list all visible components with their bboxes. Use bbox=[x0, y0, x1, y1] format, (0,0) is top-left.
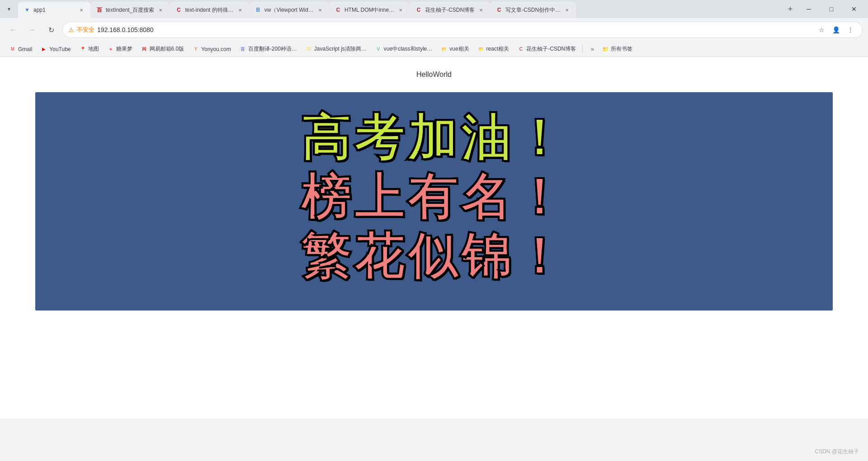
bookmark-bm-yonyou[interactable]: Y Yonyou.com bbox=[189, 44, 235, 55]
bookmark-bm-vue-folder[interactable]: 📁 vue相关 bbox=[437, 43, 472, 55]
bookmark-label: 糖果梦 bbox=[116, 45, 132, 53]
tab-close-button[interactable]: ✕ bbox=[477, 6, 485, 14]
bookmarks-overflow-button[interactable]: » bbox=[587, 44, 598, 54]
hello-world-text: HelloWorld bbox=[0, 57, 868, 88]
bookmark-bm-react-folder[interactable]: 📁 react相关 bbox=[474, 43, 513, 55]
bookmark-favicon: 🍬 bbox=[107, 46, 114, 53]
bookmark-label: react相关 bbox=[486, 45, 509, 53]
bookmark-bm-vue[interactable]: V vue中class和style… bbox=[371, 43, 436, 55]
nav-bar: ← → ↻ ⚠ 不安全 192.168.0.105:8080 ☆ 👤 ⋮ bbox=[0, 18, 868, 42]
banner-line2: 榜上有名！ bbox=[301, 169, 567, 224]
bookmark-favicon: 📁 bbox=[477, 46, 485, 53]
bookmark-label: vue中class和style… bbox=[384, 45, 432, 53]
bookmark-favicon: 📍 bbox=[79, 46, 86, 53]
forward-button[interactable]: → bbox=[24, 22, 40, 38]
tab-close-button[interactable]: ✕ bbox=[157, 6, 164, 14]
all-bookmarks-button[interactable]: 📁所有书签 bbox=[599, 43, 636, 55]
tab-title: HTML DOM中inne… bbox=[344, 6, 394, 14]
tab-close-button[interactable]: ✕ bbox=[236, 6, 244, 14]
bookmark-star-button[interactable]: ☆ bbox=[815, 24, 828, 36]
bookmark-favicon: 网 bbox=[141, 46, 148, 53]
bookmark-favicon: 📁 bbox=[440, 46, 448, 53]
page-content: HelloWorld 高考加油！ 榜上有名！ 繁花似锦！ bbox=[0, 57, 868, 419]
tab-title: text-indent 的特殊… bbox=[185, 6, 233, 14]
tab-tab1[interactable]: ▼ app1 ✕ bbox=[18, 2, 90, 18]
tab-favicon: C bbox=[335, 6, 342, 14]
bookmark-favicon: ▶ bbox=[40, 46, 47, 53]
tab-title: textIndent_百度搜索 bbox=[106, 6, 154, 14]
bookmark-label: 地图 bbox=[88, 45, 99, 53]
tab-favicon: 百 bbox=[96, 6, 103, 14]
bookmark-favicon: V bbox=[375, 46, 382, 53]
bookmark-label: JavaScript js清除两… bbox=[314, 45, 367, 53]
bookmark-label: 网易邮箱6.0版 bbox=[150, 45, 184, 53]
tab-tab3[interactable]: C text-indent 的特殊… ✕ bbox=[170, 2, 249, 18]
bookmark-bm-gmail[interactable]: M Gmail bbox=[5, 44, 36, 55]
tab-favicon: B bbox=[255, 6, 262, 14]
bookmark-bm-candy[interactable]: 🍬 糖果梦 bbox=[104, 43, 136, 55]
address-text: 192.168.0.105:8080 bbox=[97, 26, 812, 33]
tab-close-button[interactable]: ✕ bbox=[563, 6, 571, 14]
profile-button[interactable]: 👤 bbox=[830, 24, 842, 36]
menu-button[interactable]: ⋮ bbox=[844, 24, 857, 36]
bookmarks-separator bbox=[582, 45, 583, 54]
security-label: 不安全 bbox=[77, 26, 94, 34]
tab-tab2[interactable]: 百 textIndent_百度搜索 ✕ bbox=[90, 2, 170, 18]
bookmark-favicon: M bbox=[9, 46, 16, 53]
tab-left-controls: ▾ bbox=[4, 4, 14, 14]
bookmark-bm-maps[interactable]: 📍 地图 bbox=[75, 43, 103, 55]
tab-close-button[interactable]: ✕ bbox=[316, 6, 324, 14]
folder-icon: 📁 bbox=[602, 46, 609, 52]
bookmark-label: 百度翻译-200种语… bbox=[248, 45, 297, 53]
back-button[interactable]: ← bbox=[5, 22, 21, 38]
tab-title: app1 bbox=[33, 7, 75, 13]
tab-favicon: C bbox=[175, 6, 182, 14]
address-actions: ☆ 👤 ⋮ bbox=[815, 24, 857, 36]
close-button[interactable]: ✕ bbox=[844, 2, 864, 16]
tab-favicon: ▼ bbox=[24, 6, 31, 14]
tab-title: 写文章-CSDN创作中… bbox=[505, 6, 561, 14]
bookmark-label: Yonyou.com bbox=[201, 46, 231, 52]
bookmark-bm-js[interactable]: JS JavaScript js清除两… bbox=[302, 43, 370, 55]
banner-line1: 高考加油！ bbox=[301, 110, 567, 165]
bookmark-favicon: 百 bbox=[239, 46, 246, 53]
bookmarks-bar: M Gmail ▶ YouTube 📍 地图 🍬 糖果梦 网 网易邮箱6.0版 … bbox=[0, 42, 868, 57]
address-bar[interactable]: ⚠ 不安全 192.168.0.105:8080 ☆ 👤 ⋮ bbox=[62, 22, 863, 38]
tab-favicon: C bbox=[495, 6, 503, 14]
security-warning-icon: ⚠ bbox=[68, 26, 74, 33]
bookmark-bm-163[interactable]: 网 网易邮箱6.0版 bbox=[137, 43, 188, 55]
tab-title: 花生柚子-CSDN博客 bbox=[425, 6, 475, 14]
banner-line3: 繁花似锦！ bbox=[301, 229, 567, 283]
tab-tab4[interactable]: B vw（Viewport Wid… ✕ bbox=[249, 2, 329, 18]
tab-tab5[interactable]: C HTML DOM中inne… ✕ bbox=[329, 2, 410, 18]
all-bookmarks-label: 所有书签 bbox=[611, 45, 632, 53]
maximize-button[interactable]: □ bbox=[821, 2, 842, 16]
new-tab-button[interactable]: + bbox=[784, 3, 797, 15]
bookmark-favicon: Y bbox=[192, 46, 199, 53]
footer-watermark: CSDN @花生柚子 bbox=[815, 448, 859, 456]
reload-button[interactable]: ↻ bbox=[43, 22, 59, 38]
tab-favicon: C bbox=[415, 6, 422, 14]
demo-banner: 高考加油！ 榜上有名！ 繁花似锦！ bbox=[35, 92, 833, 310]
bookmark-bm-youtube[interactable]: ▶ YouTube bbox=[37, 44, 74, 55]
browser-window: ▾ ▼ app1 ✕ 百 textIndent_百度搜索 ✕ C text-in… bbox=[0, 0, 868, 419]
bookmark-bm-baidu[interactable]: 百 百度翻译-200种语… bbox=[236, 43, 301, 55]
tab-close-button[interactable]: ✕ bbox=[78, 6, 85, 14]
tab-tab6[interactable]: C 花生柚子-CSDN博客 ✕ bbox=[410, 2, 490, 18]
window-controls: ─ □ ✕ bbox=[798, 2, 864, 16]
bookmark-label: Gmail bbox=[18, 46, 32, 52]
bookmark-label: 花生柚子-CSDN博客 bbox=[526, 45, 576, 53]
tab-tab7[interactable]: C 写文章-CSDN创作中… ✕ bbox=[490, 2, 576, 18]
bookmark-bm-csdn[interactable]: C 花生柚子-CSDN博客 bbox=[514, 43, 580, 55]
bookmark-label: vue相关 bbox=[449, 45, 469, 53]
tab-scroll-left[interactable]: ▾ bbox=[4, 4, 14, 14]
bookmark-favicon: JS bbox=[305, 46, 312, 53]
tab-title: vw（Viewport Wid… bbox=[264, 6, 314, 14]
tab-close-button[interactable]: ✕ bbox=[397, 6, 404, 14]
title-bar: ▾ ▼ app1 ✕ 百 textIndent_百度搜索 ✕ C text-in… bbox=[0, 0, 868, 18]
bookmark-label: YouTube bbox=[49, 46, 71, 52]
bookmark-favicon: C bbox=[517, 46, 524, 53]
minimize-button[interactable]: ─ bbox=[798, 2, 819, 16]
tabs-container: ▼ app1 ✕ 百 textIndent_百度搜索 ✕ C text-inde… bbox=[18, 0, 782, 18]
